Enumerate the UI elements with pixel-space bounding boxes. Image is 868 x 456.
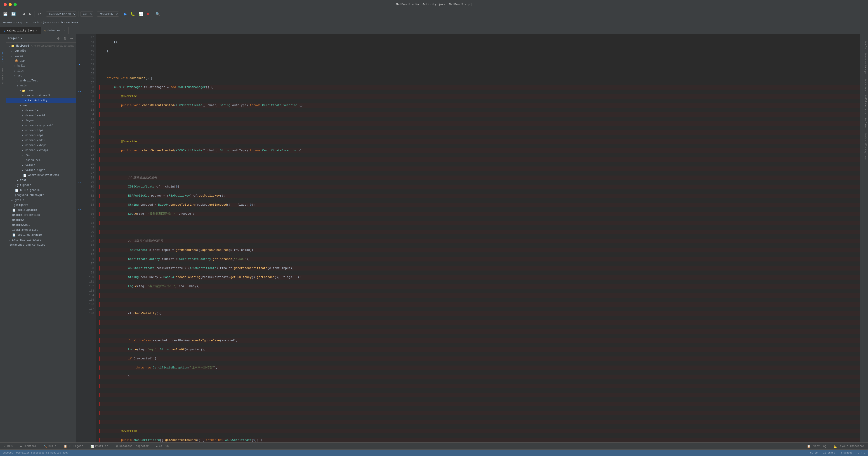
breadcrumb-item-5[interactable]: com xyxy=(52,21,57,24)
tree-item-res[interactable]: ▾ res xyxy=(6,103,76,108)
btab-database-inspector[interactable]: 🗄 Database Inspector xyxy=(112,443,152,450)
breadcrumb-item-3[interactable]: main xyxy=(33,21,39,24)
gutter-89 xyxy=(76,225,83,230)
btab-run[interactable]: ▶ 4: Run xyxy=(152,443,172,450)
minimize-button[interactable] xyxy=(8,3,12,6)
tree-item-drawable-v24[interactable]: ▸ drawable-v24 xyxy=(6,113,76,118)
tree-item-values-night[interactable]: ▸ values-night xyxy=(6,168,76,173)
tree-item-idea[interactable]: ▸ .idea xyxy=(6,53,76,58)
tree-item-drawable[interactable]: ▸ drawable xyxy=(6,108,76,113)
device-selector[interactable]: Xiaomi M2007J17C xyxy=(46,11,76,17)
tree-item-test[interactable]: ▸ test xyxy=(6,178,76,183)
tree-item-gradlew-bat[interactable]: gradlew.bat xyxy=(6,223,76,228)
right-strip-build-variants[interactable]: Build Variants xyxy=(864,93,867,116)
tree-item-app[interactable]: ▾ 📦 app xyxy=(6,58,76,63)
close-button[interactable] xyxy=(4,3,7,6)
btab-logcat[interactable]: 📋 6: Logcat xyxy=(60,443,87,450)
search-button[interactable]: 🔍 xyxy=(154,11,161,17)
tree-item-external-libs[interactable]: ▸ External Libraries xyxy=(6,237,76,243)
tree-item-baidu[interactable]: baidu.pem xyxy=(6,158,76,163)
tree-item-scratches[interactable]: Scratches and Consoles xyxy=(6,243,76,248)
breadcrumb-item-2[interactable]: src xyxy=(26,21,30,24)
tree-item-gradle-root[interactable]: ▸ gradle xyxy=(6,198,76,203)
gutter-101 xyxy=(76,280,83,284)
tree-item-build[interactable]: ▾ build xyxy=(6,63,76,68)
maximize-button[interactable] xyxy=(13,3,17,6)
forward-button[interactable]: ▶ xyxy=(27,11,33,17)
sidebar-settings-icon[interactable]: ⚙ xyxy=(56,36,61,41)
stop-button[interactable]: ■ xyxy=(145,11,150,17)
tree-item-mainactivity[interactable]: ● MainActivity xyxy=(6,98,76,103)
back-button[interactable]: ◀ xyxy=(21,11,26,17)
save-button[interactable]: 💾 xyxy=(2,11,9,17)
sidebar-collapse-icon[interactable]: ⇅ xyxy=(63,36,67,41)
tree-item-src[interactable]: ▾ src xyxy=(6,73,76,78)
tree-item-settingsgradle[interactable]: 📄 settings.gradle xyxy=(6,232,76,237)
tree-item-layout[interactable]: ▸ layout xyxy=(6,118,76,123)
sync-button[interactable]: 🔄 xyxy=(10,11,17,17)
tree-item-androidmanifest[interactable]: 📄 AndroidManifest.xml xyxy=(6,173,76,178)
btab-build[interactable]: 🔨 Build xyxy=(40,443,60,450)
sidebar-menu-icon[interactable]: ⋯ xyxy=(69,36,74,41)
right-strip-device-file[interactable]: Device File Explorer xyxy=(864,131,867,162)
tree-item-root[interactable]: ▾ 📁 NetDemo3 ~/AndroidStudioProjects/Net… xyxy=(6,44,76,49)
tab-dorequest[interactable]: ⚙ doRequest ✕ xyxy=(41,27,69,34)
btab-profiler[interactable]: 📊 Profiler xyxy=(87,443,112,450)
debug-button[interactable]: 🐛 xyxy=(129,11,136,17)
breadcrumb-item-4[interactable]: java xyxy=(43,21,49,24)
btab-event-log[interactable]: 📋 Event Log xyxy=(803,443,830,450)
tree-item-values[interactable]: ▸ values xyxy=(6,163,76,168)
gutter-71 xyxy=(76,144,83,148)
app-selector[interactable]: app xyxy=(80,11,93,17)
breadcrumb-item-1[interactable]: app xyxy=(18,21,22,24)
tree-item-mipmap-mdpi[interactable]: ▸ mipmap-mdpi xyxy=(6,133,76,138)
left-strip-structure[interactable]: 2: Structure xyxy=(1,66,5,87)
right-strip-emulator[interactable]: Emulator xyxy=(864,116,867,131)
right-strip-favorites[interactable]: Favorites xyxy=(864,77,867,93)
tree-item-gradlew[interactable]: gradlew xyxy=(6,218,76,223)
tree-item-mipmap-hdpi[interactable]: ▸ mipmap-hdpi xyxy=(6,128,76,133)
tree-item-gitignore-root[interactable]: .gitignore xyxy=(6,203,76,208)
right-strip-gradle[interactable]: Gradle xyxy=(864,39,867,51)
code-content[interactable]: }); } private void doRequest() { X509Tru… xyxy=(96,34,860,443)
left-strip-project[interactable]: 1: Project xyxy=(1,48,5,66)
tab-label: MainActivity.java xyxy=(6,29,34,32)
btab-terminal[interactable]: ▶ Terminal xyxy=(17,443,40,450)
run-config-selector[interactable]: MainActivity xyxy=(97,11,119,17)
tree-item-gitignore-app[interactable]: .gitignore xyxy=(6,183,76,188)
tab-mainactivity[interactable]: ☕ MainActivity.java ✕ xyxy=(0,27,41,34)
status-right: 52:38 12 chars 4 spaces UTF-8 xyxy=(810,452,865,454)
run-button[interactable]: ▶ xyxy=(123,11,128,17)
tab-dorequest-close[interactable]: ✕ xyxy=(64,29,65,32)
tree-item-mipmap-any[interactable]: ▸ mipmap-anydpi-v26 xyxy=(6,123,76,128)
btab-layout-inspector[interactable]: 📐 Layout Inspector xyxy=(830,443,868,450)
breadcrumb-item-7[interactable]: netdemo3 xyxy=(66,21,78,24)
tree-item-androidtest[interactable]: ▸ androidTest xyxy=(6,78,76,83)
tree-item-libs[interactable]: ▸ libs xyxy=(6,68,76,73)
tree-item-localprops[interactable]: local.properties xyxy=(6,228,76,232)
gutter-82 xyxy=(76,194,83,198)
tree-item-buildgradle-app[interactable]: 📄 build.gradle xyxy=(6,188,76,193)
breadcrumb-item-6[interactable]: nb xyxy=(60,21,63,24)
tree-item-package[interactable]: ▾ com.nb.netdemo3 xyxy=(6,93,76,98)
profile-button[interactable]: 📊 xyxy=(137,11,145,17)
tree-item-java[interactable]: ▾ 📁 java xyxy=(6,88,76,93)
tree-item-buildgradle-root[interactable]: 📄 build.gradle xyxy=(6,208,76,212)
btab-todo[interactable]: ✓ TODO xyxy=(0,443,17,450)
right-strip-resource-manager[interactable]: Resource Manager xyxy=(864,51,867,77)
tree-item-gradle[interactable]: ▸ .gradle xyxy=(6,49,76,53)
tree-item-main[interactable]: ▾ main xyxy=(6,83,76,88)
editor-scrollbar[interactable] xyxy=(860,34,863,443)
code-area[interactable]: ● ●● xyxy=(76,34,863,443)
line-56 xyxy=(99,121,860,126)
tree-item-raw[interactable]: ▾ raw xyxy=(6,153,76,158)
tree-item-proguard[interactable]: proguard-rules.pro xyxy=(6,193,76,198)
gutter-47 xyxy=(76,35,83,40)
undo-button[interactable]: ↩ xyxy=(37,11,42,17)
tree-item-gradleprops[interactable]: gradle.properties xyxy=(6,212,76,218)
tree-item-mipmap-xhdpi[interactable]: ▸ mipmap-xhdpi xyxy=(6,138,76,143)
tree-item-mipmap-xxhdpi[interactable]: ▸ mipmap-xxhdpi xyxy=(6,143,76,148)
tree-item-mipmap-xxxhdpi[interactable]: ▸ mipmap-xxxhdpi xyxy=(6,148,76,153)
breadcrumb-item-0[interactable]: NetDemo3 xyxy=(3,21,15,24)
tab-close-icon[interactable]: ✕ xyxy=(36,29,37,32)
